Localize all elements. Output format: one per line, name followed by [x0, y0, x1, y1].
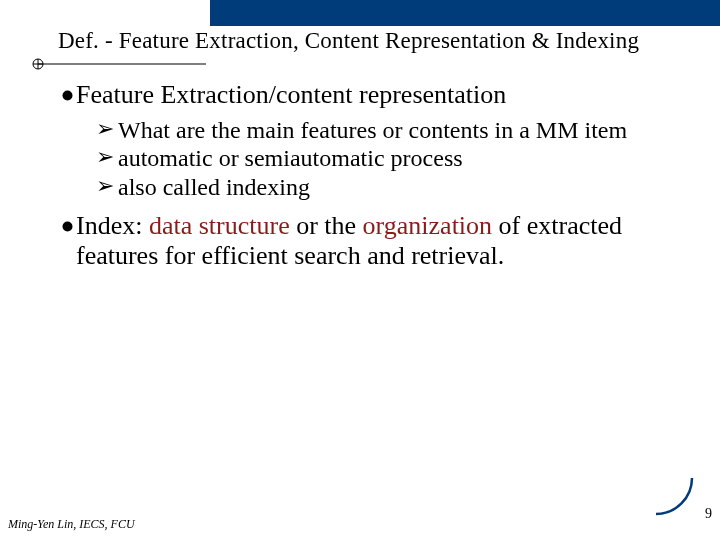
disc-bullet-icon: [62, 80, 76, 101]
slide-body: Feature Extraction/content representatio…: [62, 78, 662, 271]
arrow-bullet-icon: ➢: [96, 116, 118, 142]
bullet-text: Feature Extraction/content representatio…: [76, 80, 506, 110]
bullet-level1: Feature Extraction/content representatio…: [62, 80, 662, 110]
sub-bullet-group: ➢ What are the main features or contents…: [96, 116, 662, 201]
arrow-bullet-icon: ➢: [96, 173, 118, 199]
header-accent-bar: [210, 0, 720, 26]
arrow-bullet-icon: ➢: [96, 144, 118, 170]
text-run: or the: [290, 211, 363, 240]
slide: Def. - Feature Extraction, Content Repre…: [0, 0, 720, 540]
bullet-level2: ➢ also called indexing: [96, 173, 662, 201]
svg-point-4: [63, 91, 73, 101]
corner-arc-decoration: [654, 476, 694, 516]
text-run: Index:: [76, 211, 149, 240]
svg-point-5: [63, 221, 73, 231]
disc-bullet-icon: [62, 211, 76, 232]
slide-title: Def. - Feature Extraction, Content Repre…: [58, 28, 639, 54]
title-underline-decoration: [30, 58, 205, 68]
bullet-text: Index: data structure or the organizatio…: [76, 211, 662, 271]
bullet-text: also called indexing: [118, 173, 310, 201]
bullet-text: automatic or semiautomatic process: [118, 144, 463, 172]
text-run-accent: data structure: [149, 211, 290, 240]
bullet-text: What are the main features or contents i…: [118, 116, 627, 144]
bullet-level1: Index: data structure or the organizatio…: [62, 211, 662, 271]
footer-author: Ming-Yen Lin, IECS, FCU: [8, 517, 135, 532]
bullet-level2: ➢ automatic or semiautomatic process: [96, 144, 662, 172]
bullet-level2: ➢ What are the main features or contents…: [96, 116, 662, 144]
text-run-accent: organization: [363, 211, 492, 240]
page-number: 9: [705, 506, 712, 522]
